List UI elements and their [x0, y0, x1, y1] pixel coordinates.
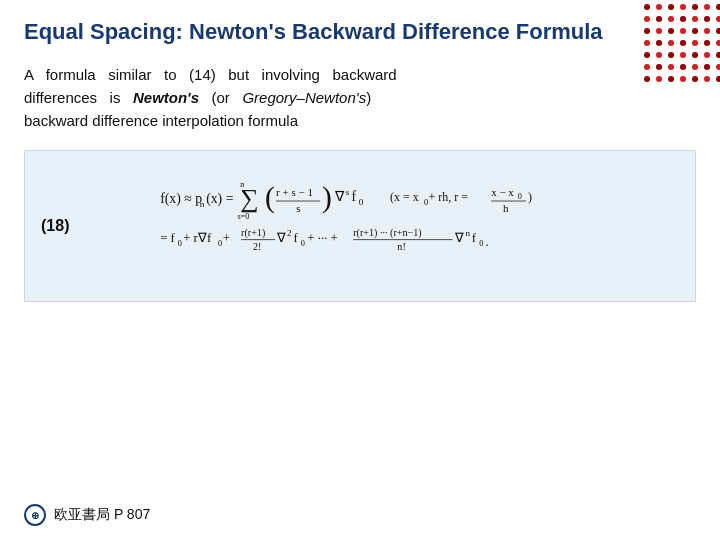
newton-term: Newton's	[133, 89, 199, 106]
formula-svg: f(x) ≈ p n (x) = ∑ s=0 n ( r + s − 1 s )…	[105, 169, 675, 279]
svg-text:n: n	[465, 228, 470, 238]
svg-text:+ r∇f: + r∇f	[183, 232, 212, 246]
svg-text:2!: 2!	[253, 241, 261, 252]
svg-text:s: s	[346, 188, 350, 198]
footer: ⊕ 欧亚書局 P 807	[24, 504, 150, 526]
formula-box: (18) f(x) ≈ p n (x) = ∑ s=0 n ( r + s − …	[24, 150, 696, 302]
svg-text:(x) =: (x) =	[206, 191, 234, 207]
svg-text:0: 0	[479, 239, 483, 248]
main-container: Equal Spacing: Newton's Backward Differe…	[0, 0, 720, 540]
svg-text:0: 0	[218, 239, 222, 248]
svg-text:+ rh,  r =: + rh, r =	[429, 190, 469, 204]
svg-text:(x = x: (x = x	[390, 190, 419, 204]
svg-text:0: 0	[359, 197, 364, 207]
svg-text:n: n	[200, 199, 205, 209]
formula-content: f(x) ≈ p n (x) = ∑ s=0 n ( r + s − 1 s )…	[105, 169, 675, 283]
svg-text:n: n	[240, 181, 244, 190]
svg-text:s: s	[296, 202, 300, 214]
svg-text:0: 0	[424, 198, 428, 207]
dot-decoration	[640, 0, 720, 80]
svg-text:r(r+1): r(r+1)	[241, 227, 265, 239]
svg-text:f: f	[472, 232, 477, 246]
svg-text:f(x) ≈ p: f(x) ≈ p	[160, 191, 202, 207]
svg-text:f: f	[351, 189, 356, 204]
svg-text:∇: ∇	[334, 189, 345, 204]
svg-text:2: 2	[287, 228, 292, 238]
page-title: Equal Spacing: Newton's Backward Differe…	[24, 18, 644, 47]
svg-text:+: +	[223, 232, 230, 246]
svg-text:0: 0	[301, 239, 305, 248]
icon-symbol: ⊕	[31, 510, 39, 521]
svg-text:∇: ∇	[454, 232, 464, 246]
svg-text:0: 0	[518, 193, 522, 202]
svg-text:f: f	[293, 232, 298, 246]
svg-text:h: h	[503, 202, 509, 214]
gregory-newton-term: Gregory–Newton's	[242, 89, 366, 106]
svg-text:s=0: s=0	[237, 213, 249, 222]
svg-text:∇: ∇	[276, 232, 286, 246]
formula-label: (18)	[41, 217, 69, 235]
footer-text: 欧亚書局 P 807	[54, 506, 150, 524]
svg-text:0: 0	[178, 239, 182, 248]
svg-text:n!: n!	[397, 241, 405, 252]
svg-text:= f: = f	[160, 232, 175, 246]
svg-text:(: (	[265, 181, 275, 214]
svg-text:r + s − 1: r + s − 1	[276, 187, 313, 199]
svg-text:x − x: x − x	[491, 187, 514, 199]
svg-text:r(r+1) ··· (r+n−1): r(r+1) ··· (r+n−1)	[353, 227, 421, 239]
publisher-icon: ⊕	[24, 504, 46, 526]
body-description: A formula similar to (14) but involving …	[24, 63, 696, 133]
svg-text:+ ··· +: + ··· +	[307, 232, 338, 246]
svg-text:): )	[528, 190, 532, 204]
svg-text:): )	[322, 181, 332, 214]
svg-text:.: .	[486, 235, 489, 249]
